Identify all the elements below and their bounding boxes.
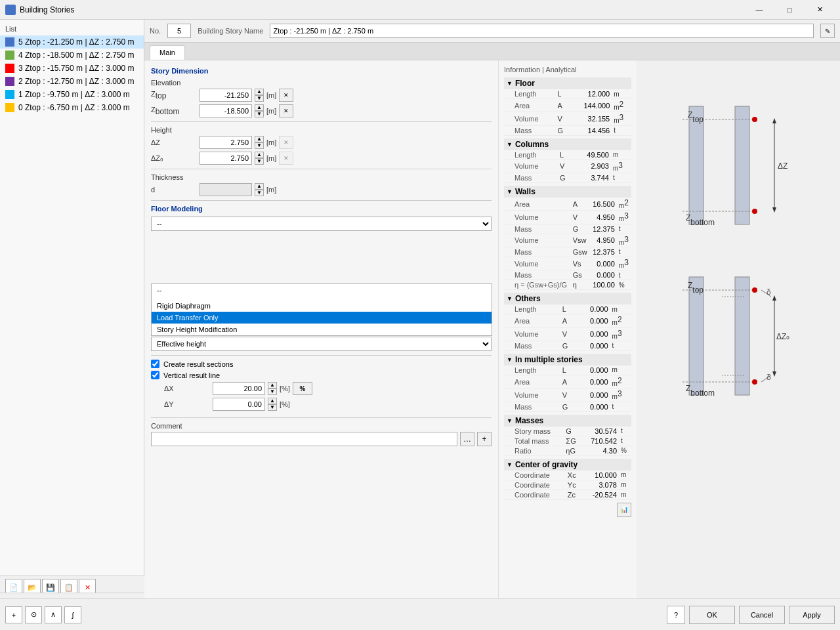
deltaz0-target[interactable]: ✕ — [279, 152, 293, 165]
table-row: LengthL12.000m — [504, 89, 631, 99]
row-value-6-2: -20.524 — [582, 490, 620, 499]
deltaz0-spin[interactable]: ▲ ▼ — [255, 152, 264, 165]
ztop-input[interactable] — [200, 89, 252, 102]
info-section-header-5[interactable]: ▼Masses — [504, 415, 631, 427]
tool-btn-1[interactable]: + — [5, 606, 22, 623]
deltay-input[interactable] — [213, 398, 265, 411]
option-rigid[interactable]: Rigid Diaphragm — [152, 300, 492, 312]
percent-button[interactable]: % — [293, 382, 312, 395]
deltaz-input[interactable] — [200, 136, 252, 149]
info-section-header-4[interactable]: ▼In multiple stories — [504, 354, 631, 366]
info-table-2: AreaA16.500m2VolumeV4.950m3MassG12.375tV… — [504, 198, 631, 290]
row-symbol-2-6: Gs — [570, 270, 590, 280]
table-row: AreaA144.000m2 — [504, 99, 631, 112]
ztop-target[interactable]: ✕ — [279, 89, 293, 102]
ztop-spin[interactable]: ▲ ▼ — [255, 89, 264, 102]
deltax-down[interactable]: ▼ — [268, 388, 277, 395]
table-row: VolumeV4.950m3 — [504, 211, 631, 224]
info-sections: ▼FloorLengthL12.000mAreaA144.000m2Volume… — [504, 77, 631, 500]
tool-btn-3[interactable]: ∧ — [45, 606, 62, 623]
row-value-4-3: 0.000 — [576, 402, 610, 411]
comment-input[interactable] — [151, 432, 457, 446]
list-items: 5 Ztop : -21.250 m | ΔZ : 2.750 m4 Ztop … — [0, 35, 144, 114]
deltax-input[interactable] — [213, 382, 265, 395]
info-section-header-2[interactable]: ▼Walls — [504, 186, 631, 198]
create-sections-checkbox[interactable] — [151, 360, 159, 368]
info-section-header-3[interactable]: ▼Others — [504, 293, 631, 304]
deltaz0-input[interactable] — [200, 152, 252, 165]
thickness-input[interactable] — [200, 183, 252, 196]
apply-button[interactable]: Apply — [789, 606, 835, 624]
svg-point-3 — [752, 117, 757, 122]
thickness-down[interactable]: ▼ — [255, 190, 264, 196]
story-dimension-title: Story Dimension — [151, 67, 492, 75]
vertical-line-checkbox[interactable] — [151, 371, 159, 379]
option-empty[interactable]: -- — [152, 284, 492, 296]
deltay-up[interactable]: ▲ — [268, 398, 277, 404]
deltaz-up[interactable]: ▲ — [255, 136, 264, 142]
ok-button[interactable]: OK — [689, 606, 735, 624]
deltax-spin[interactable]: ▲ ▼ — [268, 382, 277, 395]
ztop-up[interactable]: ▲ — [255, 89, 264, 95]
row-symbol-2-3: Vsw — [570, 234, 590, 247]
zbottom-up[interactable]: ▲ — [255, 104, 264, 111]
zbottom-down[interactable]: ▼ — [255, 111, 264, 117]
story-height-def-select[interactable]: Effective height Full height — [151, 337, 492, 351]
deltaz-down[interactable]: ▼ — [255, 142, 264, 149]
comment-clear-button[interactable]: … — [460, 432, 474, 446]
titlebar: Building Stories — □ ✕ — [0, 0, 840, 20]
story-name-input[interactable] — [270, 24, 814, 38]
cancel-button[interactable]: Cancel — [739, 606, 785, 624]
no-label: No. — [150, 27, 161, 35]
zbottom-target[interactable]: ✕ — [279, 104, 293, 117]
zbottom-spin[interactable]: ▲ ▼ — [255, 104, 264, 117]
info-section-header-0[interactable]: ▼Floor — [504, 77, 631, 89]
deltaz0-row: ΔZ₀ ▲ ▼ [m] ✕ — [151, 152, 492, 165]
floor-modeling-select[interactable]: -- Rigid Diaphragm Load Transfer Only St… — [151, 217, 492, 231]
building-diagram: Ztop Zbottom ΔZ — [643, 67, 833, 592]
row-unit-1-1: m3 — [612, 159, 631, 173]
deltay-down[interactable]: ▼ — [268, 404, 277, 411]
list-item-1[interactable]: 1 Ztop : -9.750 m | ΔZ : 3.000 m — [0, 88, 144, 101]
tab-bar: Main — [144, 43, 840, 60]
thickness-spin[interactable]: ▲ ▼ — [255, 183, 264, 196]
svg-text:ΔZ: ΔZ — [778, 161, 788, 171]
list-item-0[interactable]: 0 Ztop : -6.750 m | ΔZ : 3.000 m — [0, 101, 144, 114]
help-button[interactable]: ? — [667, 606, 685, 624]
deltay-spin[interactable]: ▲ ▼ — [268, 398, 277, 411]
info-section-header-1[interactable]: ▼Columns — [504, 138, 631, 150]
section-title-6: Center of gravity — [515, 460, 578, 469]
ztop-down[interactable]: ▼ — [255, 95, 264, 102]
tool-btn-2[interactable]: ⊙ — [25, 606, 42, 623]
story-name-label: Building Story Name — [198, 27, 263, 35]
close-button[interactable]: ✕ — [805, 0, 835, 20]
bottom-toolbar: + ⊙ ∧ ∫ ? OK Cancel Apply — [0, 598, 840, 630]
info-table-4: LengthL0.000mAreaA0.000m2VolumeV0.000m3M… — [504, 366, 631, 412]
maximize-button[interactable]: □ — [774, 0, 805, 20]
deltaz0-down[interactable]: ▼ — [255, 158, 264, 165]
table-row: AreaA0.000m2 — [504, 375, 631, 388]
list-item-5[interactable]: 5 Ztop : -21.250 m | ΔZ : 2.750 m — [0, 35, 144, 49]
tool-btn-4[interactable]: ∫ — [64, 606, 81, 623]
minimize-button[interactable]: — — [744, 0, 774, 20]
option-load-transfer[interactable]: Load Transfer Only — [152, 312, 492, 324]
list-item-2[interactable]: 2 Ztop : -12.750 m | ΔZ : 3.000 m — [0, 75, 144, 88]
list-item-4[interactable]: 4 Ztop : -18.500 m | ΔZ : 2.750 m — [0, 49, 144, 62]
info-section-header-6[interactable]: ▼Center of gravity — [504, 459, 631, 471]
deltaz-target[interactable]: ✕ — [279, 136, 293, 149]
zbottom-input[interactable] — [200, 104, 252, 117]
table-row: VolumeVs0.000m3 — [504, 257, 631, 270]
story-edit-button[interactable]: ✎ — [820, 24, 835, 38]
window-controls: — □ ✕ — [744, 0, 835, 20]
deltax-up[interactable]: ▲ — [268, 382, 277, 388]
tab-main[interactable]: Main — [150, 45, 185, 60]
comment-add-button[interactable]: + — [477, 432, 492, 446]
thickness-up[interactable]: ▲ — [255, 183, 264, 190]
option-story-height[interactable]: Story Height Modification — [152, 324, 492, 335]
table-export-button[interactable]: 📊 — [617, 503, 631, 517]
deltaz-spin[interactable]: ▲ ▼ — [255, 136, 264, 149]
list-item-3[interactable]: 3 Ztop : -15.750 m | ΔZ : 3.000 m — [0, 62, 144, 75]
row-name-0-3: Mass — [504, 125, 555, 135]
deltaz0-up[interactable]: ▲ — [255, 152, 264, 158]
row-unit-3-3: t — [611, 341, 631, 350]
